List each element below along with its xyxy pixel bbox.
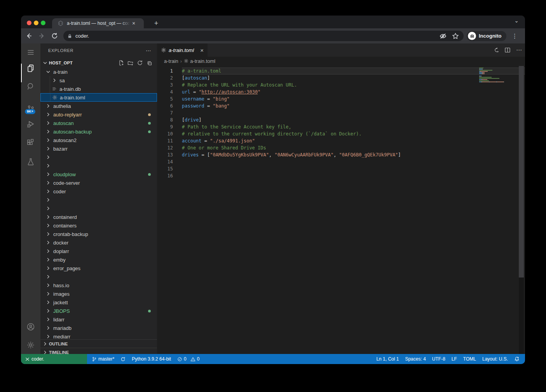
- code-editor[interactable]: 1# a-train.toml2[autoscan]3# Replace the…: [157, 65, 525, 179]
- tree-item-auto-replyarr[interactable]: auto-replyarr: [40, 110, 157, 119]
- collapse-all-icon[interactable]: [146, 60, 152, 66]
- code-line-14[interactable]: 14: [157, 158, 525, 165]
- reload-button[interactable]: [49, 31, 59, 41]
- code-line-2[interactable]: 2[autoscan]: [157, 75, 525, 82]
- explorer-view-icon[interactable]: [21, 64, 40, 73]
- status-encoding[interactable]: UTF-8: [432, 356, 445, 362]
- tree-item-hass.io[interactable]: hass.io: [40, 281, 157, 290]
- code-line-12[interactable]: 12# One or more Shared Drive IDs: [157, 144, 525, 151]
- tree-item-a-train.db[interactable]: a-train.db: [40, 85, 157, 93]
- status-indentation[interactable]: Spaces: 4: [405, 356, 426, 362]
- tree-item[interactable]: [40, 204, 157, 213]
- tree-item-lidarr[interactable]: lidarr: [40, 315, 157, 324]
- tree-item-coder[interactable]: coder: [40, 187, 157, 196]
- tree-item-authelia[interactable]: authelia: [40, 102, 157, 110]
- tree-item-bazarr[interactable]: bazarr: [40, 144, 157, 153]
- refresh-icon[interactable]: [137, 60, 143, 66]
- tab-close-icon[interactable]: ×: [132, 21, 135, 26]
- status-eol[interactable]: LF: [452, 356, 457, 362]
- status-branch[interactable]: master*: [92, 356, 114, 362]
- scrollbar-thumb[interactable]: [519, 66, 524, 278]
- code-line-8[interactable]: 8[drive]: [157, 116, 525, 123]
- tree-item-docker[interactable]: docker: [40, 238, 157, 247]
- code-line-6[interactable]: 6password = "bang": [157, 102, 525, 109]
- notifications-bell-icon[interactable]: [514, 356, 520, 362]
- eye-off-icon[interactable]: [439, 32, 447, 40]
- tree-item-autoscan[interactable]: autoscan: [40, 119, 157, 127]
- status-language[interactable]: TOML: [463, 356, 476, 362]
- tree-item[interactable]: [40, 272, 157, 281]
- code-line-4[interactable]: 4url = "http://autoscan:3030": [157, 88, 525, 95]
- code-line-5[interactable]: 5username = "bing": [157, 95, 525, 102]
- code-line-16[interactable]: 16: [157, 172, 525, 179]
- status-cursor-position[interactable]: Ln 1, Col 1: [376, 356, 399, 362]
- status-layout[interactable]: Layout: U.S.: [482, 356, 508, 362]
- minimap[interactable]: [479, 68, 510, 86]
- code-line-7[interactable]: 7: [157, 109, 525, 116]
- status-python-interpreter[interactable]: Python 3.9.2 64-bit: [132, 356, 171, 362]
- extensions-icon[interactable]: [21, 138, 40, 147]
- new-folder-icon[interactable]: [127, 60, 134, 66]
- tree-item-code-server[interactable]: code-server: [40, 179, 157, 187]
- tree-item-sa[interactable]: sa: [40, 76, 157, 85]
- tree-item-a-train.toml[interactable]: a-train.toml: [40, 93, 157, 102]
- status-sync-icon[interactable]: [120, 357, 126, 362]
- code-line-3[interactable]: 3# Replace the URL with your Autoscan UR…: [157, 82, 525, 88]
- browser-tab[interactable]: a-train.toml — host_opt — cod ×: [52, 18, 144, 28]
- tree-item-crontab-backup[interactable]: crontab-backup: [40, 230, 157, 238]
- menu-hamburger-icon[interactable]: [21, 48, 40, 57]
- tree-item-JBOPS[interactable]: JBOPS: [40, 307, 157, 315]
- breadcrumb-file[interactable]: a-train.toml: [190, 58, 215, 64]
- address-bar[interactable]: coder.: [63, 31, 464, 41]
- workspace-section-header[interactable]: HOST_OPT: [40, 58, 157, 68]
- editor-tab[interactable]: a-train.toml ×: [157, 43, 208, 57]
- code-line-11[interactable]: 11account = "./sa/4991.json": [157, 137, 525, 144]
- back-button[interactable]: [24, 31, 34, 41]
- code-line-9[interactable]: 9# Path to the Service Account key file,: [157, 123, 525, 130]
- maximize-window-button[interactable]: [41, 21, 45, 25]
- tree-item-emby[interactable]: emby: [40, 255, 157, 264]
- tree-item-autoscan-backup[interactable]: autoscan-backup: [40, 127, 157, 136]
- tree-item-doplarr[interactable]: doplarr: [40, 247, 157, 255]
- account-icon[interactable]: [21, 322, 40, 331]
- open-changes-icon[interactable]: [493, 47, 499, 53]
- tree-item-images[interactable]: images: [40, 290, 157, 298]
- tree-item-mediarr[interactable]: mediarr: [40, 332, 157, 339]
- split-editor-icon[interactable]: [504, 47, 511, 53]
- status-problems[interactable]: 0 0: [177, 356, 199, 362]
- search-icon[interactable]: [21, 82, 40, 91]
- tree-item-autoscan2[interactable]: autoscan2: [40, 136, 157, 144]
- tree-item[interactable]: [40, 196, 157, 204]
- tree-item-jackett[interactable]: jackett: [40, 298, 157, 307]
- breadcrumb-folder[interactable]: a-train: [164, 58, 178, 64]
- tree-item-cloudplow[interactable]: cloudplow: [40, 170, 157, 179]
- timeline-section-header[interactable]: TIMELINE: [40, 348, 157, 354]
- tree-item-error_pages[interactable]: error_pages: [40, 264, 157, 272]
- explorer-more-icon[interactable]: ⋯: [146, 47, 152, 54]
- editor-tab-close-icon[interactable]: ×: [200, 47, 204, 53]
- run-debug-icon[interactable]: [21, 120, 40, 129]
- minimize-window-button[interactable]: [34, 21, 38, 25]
- code-line-1[interactable]: 1# a-train.toml: [157, 68, 525, 75]
- code-line-10[interactable]: 10# relative to the current working dire…: [157, 130, 525, 137]
- close-window-button[interactable]: [27, 21, 31, 25]
- bookmark-star-icon[interactable]: [451, 32, 460, 40]
- settings-gear-icon[interactable]: [21, 340, 40, 350]
- tree-item[interactable]: [40, 161, 157, 170]
- tab-search-chevron-icon[interactable]: ⌄: [514, 17, 519, 24]
- code-line-13[interactable]: 13drives = ["0AMdbDu5YgKbsUk9PVA", "0AN6…: [157, 151, 525, 158]
- test-beaker-icon[interactable]: [21, 157, 40, 167]
- tree-item-containers[interactable]: containers: [40, 221, 157, 230]
- forward-button[interactable]: [37, 31, 47, 41]
- code-line-15[interactable]: 15: [157, 165, 525, 172]
- status-remote[interactable]: coder.: [21, 354, 87, 364]
- tree-item-mariadb[interactable]: mariadb: [40, 324, 157, 332]
- new-file-icon[interactable]: [118, 60, 124, 66]
- tree-item[interactable]: [40, 153, 157, 161]
- tree-item-a-train[interactable]: a-train: [40, 68, 157, 76]
- tree-item-containerd[interactable]: containerd: [40, 213, 157, 221]
- new-tab-button[interactable]: +: [151, 18, 162, 29]
- outline-section-header[interactable]: OUTLINE: [40, 339, 157, 348]
- editor-more-icon[interactable]: ⋯: [516, 47, 522, 54]
- browser-menu-icon[interactable]: ⋮: [510, 33, 520, 40]
